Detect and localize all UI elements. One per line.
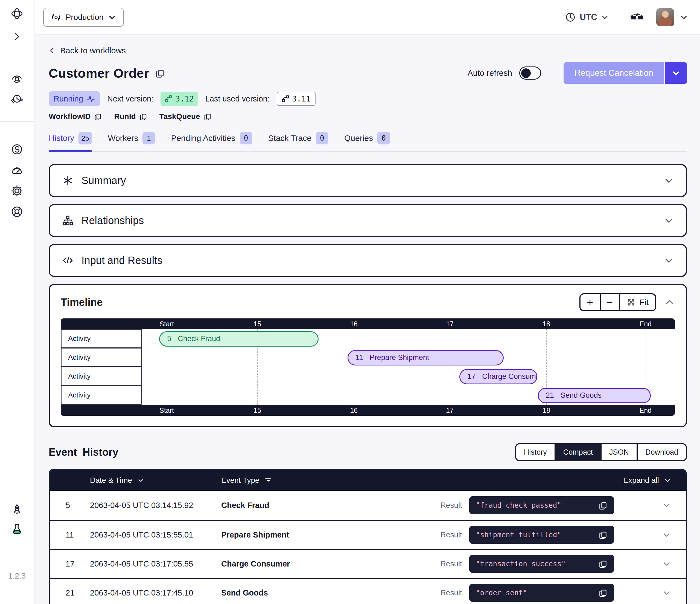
view-compact-button[interactable]: Compact [554, 444, 600, 460]
axis-tick-label: 17 [446, 407, 454, 414]
labs-flask-icon[interactable] [10, 523, 24, 536]
whats-new-rocket-icon[interactable] [10, 503, 24, 516]
zoom-out-button[interactable]: − [600, 294, 619, 310]
view-json-button[interactable]: JSON [600, 444, 636, 460]
sidebar-divider [0, 121, 34, 122]
chevron-down-icon [601, 14, 609, 21]
gantt-bar-send-goods[interactable]: 21Send Goods [538, 388, 651, 403]
event-row[interactable]: 17 2063-04-05 UTC 03:17:05.55 Charge Con… [50, 549, 686, 578]
pulse-icon [86, 94, 95, 103]
s-service-icon[interactable] [10, 143, 24, 156]
expand-row-chevron[interactable] [614, 559, 672, 569]
app-logo-icon[interactable] [10, 7, 24, 20]
result-label: Result [441, 559, 462, 568]
axis-tick-label: End [640, 320, 652, 328]
gantt-axis-bottom: Start15161718End [61, 405, 675, 416]
event-id: 21 [50, 588, 90, 598]
axis-tick-label: 17 [446, 320, 454, 328]
gantt-row-label: Activity [61, 385, 142, 405]
input-results-section[interactable]: Input and Results [49, 244, 687, 277]
axis-tick-label: 15 [253, 320, 261, 328]
expand-sidebar-icon[interactable] [10, 30, 24, 43]
gantt-bar-prepare-shipment[interactable]: 11Prepare Shipment [348, 350, 504, 365]
timeline-title: Timeline [61, 296, 103, 308]
copy-result-icon[interactable] [598, 588, 607, 598]
gantt-axis-top: Start15161718End [61, 318, 675, 329]
workflow-id-copy[interactable]: WorkflowID [49, 112, 102, 121]
request-cancelation-button[interactable]: Request Cancelation [564, 63, 687, 84]
axis-tick-label: 18 [543, 407, 550, 414]
filter-icon [265, 477, 272, 484]
usage-gauge-icon[interactable] [10, 164, 24, 177]
gantt-bar-charge-consumer[interactable]: 17Charge Consumer [459, 369, 537, 384]
tab-queries[interactable]: Queries0 [344, 132, 390, 151]
chevron-down-icon [137, 477, 145, 484]
result-value: "order sent" [476, 589, 598, 597]
event-time: 2063-04-05 UTC 03:14:15.92 [90, 501, 221, 510]
copy-workflow-name-icon[interactable] [155, 68, 165, 78]
expand-row-chevron[interactable] [614, 500, 672, 510]
environment-selector[interactable]: Production [43, 8, 124, 27]
event-row[interactable]: 5 2063-04-05 UTC 03:14:15.92 Check Fraud… [50, 491, 686, 520]
schedules-icon[interactable] [10, 93, 24, 105]
event-time: 2063-04-05 UTC 03:17:45.10 [90, 588, 221, 598]
gantt-bar-check-fraud[interactable]: 5Check Fraud [159, 331, 319, 346]
expand-row-chevron[interactable] [614, 530, 672, 540]
user-avatar[interactable] [656, 8, 674, 26]
timeline-gantt: Start15161718End Activity 5Check Fraud A… [61, 318, 675, 416]
timeline-collapse-chevron[interactable] [665, 297, 675, 308]
event-row[interactable]: 21 2063-04-05 UTC 03:17:45.10 Send Goods… [50, 578, 686, 604]
settings-gear-icon[interactable] [10, 184, 24, 197]
workflows-icon[interactable] [10, 72, 24, 85]
copy-icon [203, 113, 211, 121]
help-lifebuoy-icon[interactable] [10, 205, 24, 218]
axis-tick-label: 15 [253, 407, 261, 414]
sort-date-time[interactable]: Date & Time [90, 476, 221, 485]
zoom-fit-button[interactable]: Fit [619, 294, 655, 310]
expand-all-button[interactable]: Expand all [623, 476, 672, 485]
sitemap-icon [62, 215, 74, 226]
axis-tick-label: Start [159, 407, 174, 414]
download-button[interactable]: Download [636, 444, 686, 460]
gantt-row-label: Activity [61, 348, 142, 367]
axis-tick-label: End [640, 407, 652, 414]
user-menu-chevron-icon[interactable] [680, 13, 688, 21]
expand-row-chevron[interactable] [614, 588, 672, 598]
tab-history[interactable]: History25 [49, 132, 92, 151]
run-id-copy[interactable]: RunId [114, 112, 147, 121]
auto-refresh-toggle[interactable] [519, 67, 541, 80]
task-queue-copy[interactable]: TaskQueue [159, 112, 211, 121]
workflow-tabs: History25 Workers1 Pending Activities0 S… [49, 132, 687, 151]
zoom-in-button[interactable]: + [580, 294, 600, 310]
result-value: "fraud check passed" [476, 501, 598, 509]
view-history-button[interactable]: History [516, 444, 554, 460]
page-title: Customer Order [49, 66, 149, 81]
event-id: 11 [50, 530, 90, 539]
summary-section[interactable]: Summary [49, 164, 687, 197]
gantt-row: Activity 21Send Goods [61, 386, 675, 405]
tab-workers[interactable]: Workers1 [108, 132, 155, 151]
tab-pending-activities[interactable]: Pending Activities0 [171, 132, 252, 151]
top-navbar: Production UTC [34, 0, 700, 35]
auto-refresh-label: Auto refresh [468, 68, 512, 78]
gantt-row-label: Activity [61, 367, 142, 386]
timezone-selector[interactable]: UTC [565, 12, 609, 23]
feedback-glasses-icon[interactable] [630, 12, 644, 23]
chevron-down-icon [108, 13, 116, 21]
copy-result-icon[interactable] [598, 559, 607, 569]
back-to-workflows-link[interactable]: Back to workflows [49, 46, 126, 55]
cancelation-dropdown-caret[interactable] [665, 63, 687, 84]
timeline-zoom-controls: + − Fit [579, 293, 656, 311]
branch-icon [282, 95, 289, 102]
filter-event-type[interactable]: Event Type [221, 476, 623, 485]
copy-icon [94, 113, 102, 121]
copy-result-icon[interactable] [598, 530, 607, 539]
event-history-title: Event History [49, 446, 118, 458]
copy-result-icon[interactable] [598, 501, 607, 510]
gantt-row: Activity 17Charge Consumer [61, 367, 675, 386]
result-label: Result [441, 530, 462, 539]
tab-stack-trace[interactable]: Stack Trace0 [268, 132, 328, 151]
copy-icon [139, 113, 147, 121]
event-row[interactable]: 11 2063-04-05 UTC 03:15:55.01 Prepare Sh… [50, 520, 686, 549]
relationships-section[interactable]: Relationships [49, 204, 687, 237]
